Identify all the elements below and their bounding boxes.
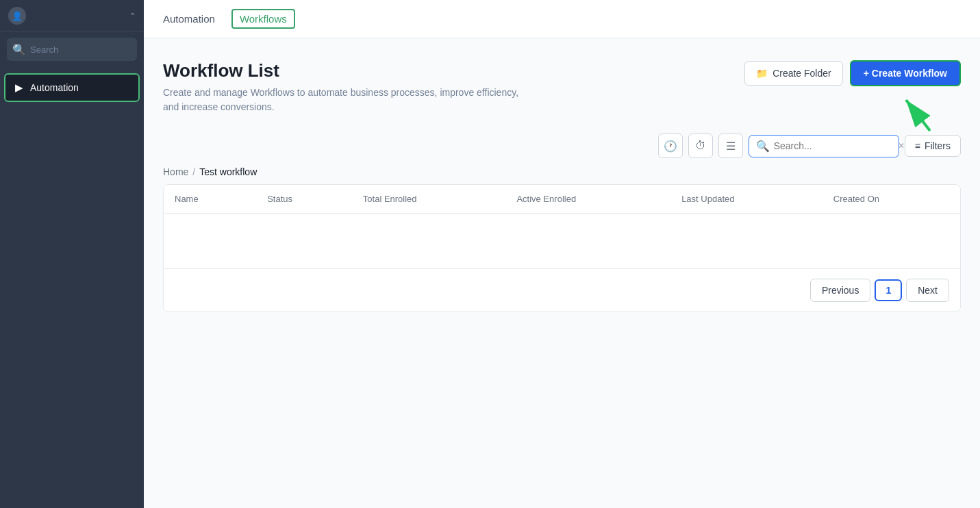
- sidebar-search-bar[interactable]: 🔍 ⌘ K +: [7, 38, 137, 61]
- col-name: Name: [164, 185, 256, 214]
- recent-icon: 🕐: [664, 140, 677, 153]
- search-box-icon: 🔍: [756, 140, 770, 153]
- page-content: Workflow List Create and manage Workflow…: [144, 38, 980, 508]
- automation-icon: ▶: [15, 81, 23, 94]
- page-description: Create and manage Workflows to automate …: [163, 86, 519, 114]
- page-number-1[interactable]: 1: [875, 279, 902, 301]
- sidebar: 👤 ⌃ 🔍 ⌘ K + ▶ Automation: [0, 0, 144, 508]
- sidebar-user-inner: 👤: [8, 7, 26, 25]
- header-text: Workflow List Create and manage Workflow…: [163, 60, 519, 114]
- create-folder-label: Create Folder: [772, 68, 831, 79]
- table-head: Name Status Total Enrolled Active Enroll…: [164, 185, 960, 214]
- col-active-enrolled: Active Enrolled: [505, 185, 670, 214]
- next-button[interactable]: Next: [906, 279, 949, 302]
- folder-icon: 📁: [756, 68, 768, 79]
- toolbar: 🕐 ⏱ ☰ 🔍 ✕ ≡ Filters: [163, 134, 961, 158]
- main-content: Automation Workflows Workflow List Creat…: [144, 0, 980, 508]
- breadcrumb-separator: /: [192, 166, 195, 177]
- col-total-enrolled: Total Enrolled: [352, 185, 506, 214]
- search-input[interactable]: [30, 45, 145, 55]
- breadcrumb: Home / Test workflow: [163, 166, 961, 177]
- workflow-search-input[interactable]: [774, 140, 894, 151]
- previous-button[interactable]: Previous: [810, 279, 870, 302]
- breadcrumb-current: Test workflow: [199, 166, 257, 177]
- tab-workflows[interactable]: Workflows: [231, 9, 295, 29]
- search-icon: 🔍: [12, 43, 26, 56]
- create-workflow-button[interactable]: + Create Workflow: [850, 60, 961, 86]
- chevron-down-icon: ⌃: [129, 12, 136, 21]
- col-created-on: Created On: [822, 185, 960, 214]
- create-folder-button[interactable]: 📁 Create Folder: [744, 61, 843, 86]
- workflow-search-box[interactable]: 🔍 ✕: [749, 135, 899, 157]
- header-actions: 📁 Create Folder + Create Workflow: [744, 60, 961, 86]
- filters-button[interactable]: ≡ Filters: [905, 135, 961, 157]
- user-avatar-icon: 👤: [8, 7, 26, 25]
- filters-label: Filters: [925, 140, 951, 151]
- search-clear-icon[interactable]: ✕: [898, 141, 905, 151]
- table-body: [164, 214, 960, 269]
- breadcrumb-home[interactable]: Home: [163, 166, 188, 177]
- table-header-row: Name Status Total Enrolled Active Enroll…: [164, 185, 960, 214]
- table-empty-row: [164, 214, 960, 269]
- workflow-table: Name Status Total Enrolled Active Enroll…: [164, 185, 960, 268]
- history-icon-button[interactable]: ⏱: [688, 134, 713, 158]
- page-title: Workflow List: [163, 60, 519, 81]
- sidebar-item-label: Automation: [30, 82, 79, 93]
- tab-automation[interactable]: Automation: [160, 2, 218, 36]
- arrow-annotation: [892, 93, 940, 137]
- list-icon-button[interactable]: ☰: [718, 134, 743, 158]
- recent-icon-button[interactable]: 🕐: [658, 134, 683, 158]
- history-icon: ⏱: [695, 140, 706, 152]
- create-workflow-label: + Create Workflow: [864, 68, 947, 79]
- filter-icon: ≡: [915, 140, 920, 151]
- top-nav: Automation Workflows: [144, 0, 980, 38]
- list-icon: ☰: [726, 140, 736, 153]
- sidebar-item-automation[interactable]: ▶ Automation: [4, 73, 140, 102]
- sidebar-user-row[interactable]: 👤 ⌃: [0, 0, 144, 32]
- workflow-table-container: Name Status Total Enrolled Active Enroll…: [163, 184, 961, 312]
- pagination: Previous 1 Next: [164, 268, 960, 312]
- col-status: Status: [256, 185, 352, 214]
- content-header: Workflow List Create and manage Workflow…: [163, 60, 961, 114]
- sidebar-nav: ▶ Automation: [0, 66, 144, 508]
- col-last-updated: Last Updated: [670, 185, 822, 214]
